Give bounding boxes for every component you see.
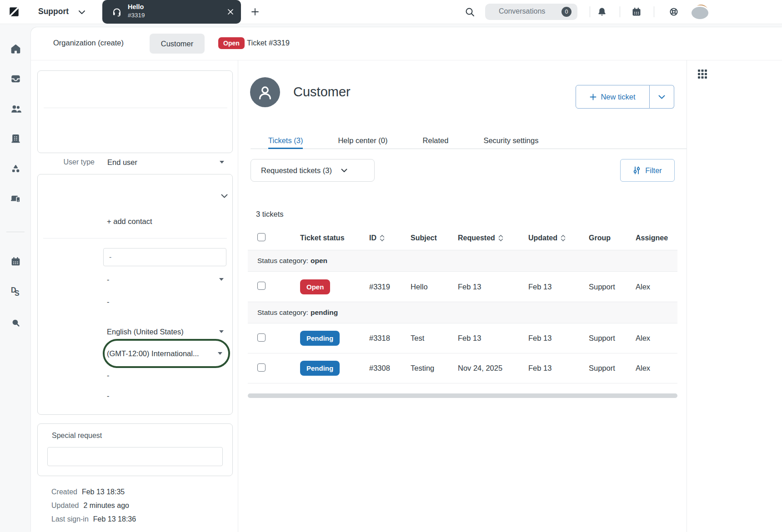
customer-avatar [250, 77, 280, 107]
zendesk-logo-icon [8, 6, 20, 18]
cell-requested: Feb 13 [458, 334, 528, 343]
status-badge: Pending [300, 361, 340, 376]
breadcrumb-organization[interactable]: Organization (create) [53, 39, 124, 47]
row-checkbox[interactable] [257, 363, 266, 372]
conversations-button[interactable]: Conversations 0 [485, 4, 577, 20]
user-type-caret-icon[interactable] [220, 161, 224, 164]
help-lifering-icon[interactable] [668, 6, 679, 17]
filter-sliders-icon [633, 166, 641, 174]
user-type-value[interactable]: End user [107, 157, 137, 167]
col-subject[interactable]: Subject [411, 234, 458, 242]
created-row: CreatedFeb 13 18:35 [51, 487, 125, 497]
tab-tickets[interactable]: Tickets (3) [268, 132, 303, 149]
row-checkbox[interactable] [257, 333, 266, 342]
topbar-divider [620, 6, 620, 17]
tab-ticket-title: Hello [128, 3, 144, 10]
reporting-icon[interactable] [10, 163, 21, 174]
table-row[interactable]: Open #3319 Hello Feb 13 Feb 13 Support A… [248, 272, 677, 302]
tickets-table: Ticket status ID Subject Requested Updat… [248, 226, 677, 383]
col-ticket-status[interactable]: Ticket status [300, 234, 369, 242]
select-all-checkbox[interactable] [257, 233, 266, 241]
col-group[interactable]: Group [589, 234, 636, 242]
status-badge: Open [300, 279, 330, 294]
ds-app-icon[interactable]: D S [10, 285, 22, 298]
status-badge: Pending [300, 331, 340, 346]
top-bar: Support Hello #3319 Conversations 0 [0, 0, 782, 24]
cell-id[interactable]: #3318 [369, 334, 411, 343]
created-label: Created [51, 488, 77, 496]
add-contact-link[interactable]: + add contact [107, 217, 152, 226]
table-row[interactable]: Pending #3308 Testing Nov 24, 2025 Feb 1… [248, 353, 677, 383]
updated-label: Updated [51, 502, 79, 509]
breadcrumb-customer-tab[interactable]: Customer [150, 34, 205, 54]
tags-input[interactable]: - [103, 248, 226, 266]
cell-subject[interactable]: Hello [411, 283, 458, 291]
created-value: Feb 13 18:35 [82, 488, 125, 496]
special-request-label: Special request [52, 432, 102, 440]
org-value[interactable]: - [107, 274, 110, 284]
nav-search-icon[interactable] [10, 317, 21, 328]
search-icon[interactable] [465, 7, 475, 17]
table-row[interactable]: Pending #3318 Test Feb 13 Feb 13 Support… [248, 323, 677, 353]
special-request-input[interactable] [47, 447, 223, 466]
cell-subject[interactable]: Test [411, 334, 458, 343]
time-zone-caret-icon[interactable] [218, 352, 222, 355]
svg-text:S: S [15, 289, 20, 297]
horizontal-scrollbar[interactable] [248, 393, 677, 398]
chevron-down-icon [658, 95, 665, 99]
new-ticket-dropdown-button[interactable] [650, 85, 674, 109]
add-tab-icon[interactable] [250, 7, 260, 17]
breadcrumb-divider [31, 60, 782, 60]
close-tab-icon[interactable] [227, 9, 234, 15]
org-caret-icon[interactable] [219, 278, 224, 281]
col-id[interactable]: ID [369, 234, 411, 242]
cell-requested: Nov 24, 2025 [458, 364, 528, 373]
col-requested[interactable]: Requested [458, 234, 528, 242]
language-caret-icon[interactable] [219, 330, 224, 333]
requested-tickets-dropdown[interactable]: Requested tickets (3) [251, 159, 375, 182]
notes-value[interactable]: - [107, 391, 110, 401]
customers-icon[interactable] [10, 103, 21, 114]
panel-main-divider [238, 60, 238, 532]
tab-security-settings[interactable]: Security settings [483, 132, 538, 149]
cell-group: Support [589, 283, 636, 291]
apps-grid-icon[interactable] [697, 69, 707, 79]
tab-ticket-id: #3319 [128, 12, 145, 19]
cell-id[interactable]: #3319 [369, 283, 411, 291]
page-title: Customer [293, 85, 351, 99]
calendar-icon[interactable] [631, 6, 642, 17]
views-inbox-icon[interactable] [10, 73, 21, 85]
organizations-icon[interactable] [10, 133, 21, 144]
breadcrumb-ticket[interactable]: Ticket #3319 [247, 39, 290, 47]
cell-subject[interactable]: Testing [411, 364, 458, 373]
cell-id[interactable]: #3308 [369, 364, 411, 373]
updated-value: 2 minutes ago [84, 502, 130, 509]
ticket-count-text: 3 tickets [256, 210, 284, 219]
filter-button[interactable]: Filter [620, 159, 675, 182]
time-zone-value[interactable]: (GMT-12:00) International... [107, 348, 199, 358]
user-segments-value: - [107, 297, 110, 307]
product-switcher[interactable]: Support [38, 7, 69, 16]
language-value[interactable]: English (United States) [107, 327, 184, 337]
new-ticket-button[interactable]: New ticket [576, 85, 650, 109]
cell-updated: Feb 13 [528, 364, 589, 373]
row-checkbox[interactable] [257, 282, 266, 290]
admin-devices-icon[interactable] [10, 193, 21, 204]
home-icon[interactable] [10, 43, 21, 55]
calendar-app-icon[interactable] [10, 256, 21, 267]
col-assignee[interactable]: Assignee [636, 234, 677, 242]
details-value[interactable]: - [107, 370, 110, 380]
topbar-divider [654, 6, 654, 17]
cell-updated: Feb 13 [528, 334, 589, 343]
tab-help-center[interactable]: Help center (0) [338, 132, 387, 149]
product-chevron-down-icon[interactable] [78, 10, 85, 15]
status-group-pending: Status category:pending [248, 302, 677, 323]
notifications-bell-icon[interactable] [597, 6, 607, 17]
user-avatar[interactable] [694, 5, 708, 19]
col-updated[interactable]: Updated [528, 234, 589, 242]
tab-related[interactable]: Related [423, 132, 449, 149]
topbar-divider [590, 6, 590, 17]
open-ticket-tab[interactable]: Hello #3319 [102, 0, 241, 24]
primary-email-chevron-down-icon[interactable] [221, 194, 228, 198]
status-group-open: Status category:open [248, 250, 677, 272]
